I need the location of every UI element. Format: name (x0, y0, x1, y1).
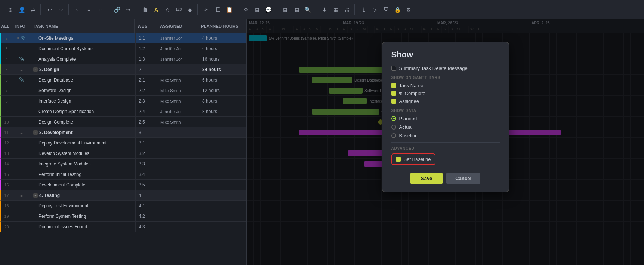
diamond-icon[interactable]: ◆ (185, 4, 195, 15)
save-button[interactable]: Save (410, 173, 443, 184)
baseline-label: Baseline (399, 133, 418, 138)
gantt-item-taskname[interactable]: Task Name (391, 83, 500, 88)
table-row[interactable]: 18 Deploy Test Environment 4.1 (0, 201, 246, 211)
split-icon[interactable]: ▦ (280, 4, 290, 15)
copy-icon[interactable]: ⧠ (213, 4, 223, 15)
add-icon[interactable]: ⊕ (5, 4, 16, 15)
taskname-checkbox[interactable] (391, 83, 396, 88)
planned-radio[interactable] (391, 116, 396, 121)
table-row[interactable]: 17 ≡ − 4. Testing 4 (0, 190, 246, 201)
assignee-checkbox[interactable] (391, 99, 396, 104)
outdent-icon[interactable]: ⇤ (73, 4, 83, 15)
wbs-cell: 2.4 (136, 106, 158, 116)
row-icons (12, 117, 31, 127)
shape-icon[interactable]: ◇ (162, 4, 173, 15)
redo-icon[interactable]: ↪ (56, 4, 66, 15)
radio-baseline[interactable]: Baseline (391, 133, 500, 138)
row-number: 7 (1, 85, 12, 95)
share-icon[interactable]: ▦ (330, 4, 341, 15)
col-header-assigned[interactable]: ASSIGNED (157, 19, 198, 33)
collapse-icon[interactable]: − (33, 67, 38, 72)
lock-icon[interactable]: 🔒 (392, 4, 403, 15)
user-icon[interactable]: 👤 (16, 4, 27, 15)
delete-icon[interactable]: 🗑 (140, 4, 150, 15)
assigned-cell: Jennifer Jor (158, 106, 199, 116)
radio-planned[interactable]: Planned (391, 116, 500, 121)
summary-task-row[interactable]: Summary Task Delete Message (391, 66, 500, 71)
task-name: Development Complete (31, 180, 136, 190)
actual-label: Actual (399, 124, 413, 130)
col-header-all[interactable]: ALL (0, 19, 11, 33)
task-name: Document Issues Found (31, 222, 136, 232)
indent-icon[interactable]: ≡ (84, 4, 94, 15)
row-icons (12, 85, 31, 95)
collapse-icon[interactable]: − (33, 193, 38, 198)
table-row[interactable]: 15 Perform Initial Testing 3.4 (0, 169, 246, 180)
expand-icon[interactable]: ↔ (95, 4, 105, 15)
row-icons: ≡ (12, 64, 31, 74)
table-row[interactable]: 8 Interface Design 2.3 Mike Smith 8 hour… (0, 96, 246, 106)
row-number: 13 (1, 148, 12, 158)
col-header-wbs[interactable]: WBS (135, 19, 157, 33)
table-row[interactable]: 5 ≡ − 2. Design 2 34 hours (0, 64, 246, 75)
table-row[interactable]: 4 📎 Analysis Complete 1.3 Jennifer Jor 1… (0, 54, 246, 64)
col-header-name[interactable]: TASK NAME (30, 19, 135, 33)
row-icons (12, 169, 31, 179)
download-icon[interactable]: ⬇ (319, 4, 330, 15)
table-row[interactable]: 7 Software Design 2.2 Mike Smith 12 hour… (0, 85, 246, 96)
table-row[interactable]: 12 Deploy Development Environment 3.1 (0, 138, 246, 148)
table-row[interactable]: 14 Integrate System Modules 3.3 (0, 159, 246, 169)
table-row[interactable]: 6 📎 Design Database 2.1 Mike Smith 6 hou… (0, 75, 246, 85)
table-row[interactable]: 16 Development Complete 3.5 (0, 180, 246, 190)
complete-checkbox[interactable] (391, 91, 396, 96)
col-header-info[interactable]: INFO (11, 19, 30, 33)
info-icon[interactable]: ℹ (358, 4, 369, 15)
zoom-icon[interactable]: 🔍 (302, 4, 313, 15)
table-row[interactable]: 3 Document Current Systems 1.2 Jennifer … (0, 43, 246, 54)
settings-icon[interactable]: ⚙ (403, 4, 414, 15)
comment-icon[interactable]: 💬 (263, 4, 274, 15)
radio-actual[interactable]: Actual (391, 124, 500, 130)
gantt-item-assignee[interactable]: Assignee (391, 98, 500, 104)
wbs-cell: 1.2 (136, 43, 158, 54)
assigned-cell (158, 127, 199, 137)
col-header-hours[interactable]: PLANNED HOURS (198, 19, 235, 33)
table-icon[interactable]: ▦ (252, 4, 262, 15)
collapse-icon[interactable]: − (33, 130, 38, 135)
table-row[interactable]: 11 ≡ − 3. Development 3 (0, 127, 246, 138)
row-icons (12, 201, 31, 211)
cut-icon[interactable]: ✂ (201, 4, 212, 15)
table-row[interactable]: 2 ≡📎 On-Site Meetings 1.1 Jennifer Jor 4… (0, 33, 246, 43)
hours-cell: 12 hours (199, 85, 237, 95)
properties-icon[interactable]: ⚙ (241, 4, 251, 15)
row-number: 14 (1, 159, 12, 169)
set-baseline-checkbox[interactable] (396, 157, 401, 162)
unlink-icon[interactable]: ⇝ (123, 4, 133, 15)
assigned-cell (158, 201, 199, 211)
paste-icon[interactable]: 📋 (224, 4, 234, 15)
number-icon[interactable]: 123 (173, 4, 184, 15)
link-icon[interactable]: 🔗 (112, 4, 122, 15)
set-baseline-row[interactable]: Set Baseline (391, 153, 435, 165)
table-row[interactable]: 9 Create Design Specification 2.4 Jennif… (0, 106, 246, 117)
assigned-cell (158, 148, 199, 158)
undo-icon[interactable]: ↩ (44, 4, 55, 15)
table-row[interactable]: 20 Document Issues Found 4.3 (0, 222, 246, 232)
row-number: 3 (1, 43, 12, 54)
table-row[interactable]: 19 Perform System Testing 4.2 (0, 211, 246, 222)
summary-task-checkbox[interactable] (391, 66, 396, 71)
filter-icon[interactable]: ⛉ (381, 4, 391, 15)
table-row[interactable]: 10 Design Complete 2.5 Mike Smith (0, 117, 246, 127)
play-icon[interactable]: ▷ (370, 4, 380, 15)
gantt-icon[interactable]: ▦ (291, 4, 302, 15)
table-row[interactable]: 13 Develop System Modules 3.2 (0, 148, 246, 159)
baseline-radio[interactable] (391, 133, 396, 138)
gantt-item-complete[interactable]: % Complete (391, 91, 500, 96)
cancel-button[interactable]: Cancel (446, 173, 480, 184)
sync-icon[interactable]: ⇄ (28, 4, 38, 15)
task-name: Create Design Specification (31, 106, 136, 116)
row-icons: ≡ (12, 127, 31, 137)
text-icon[interactable]: A (151, 4, 161, 15)
actual-radio[interactable] (391, 125, 396, 130)
print-icon[interactable]: 🖨 (342, 4, 352, 15)
